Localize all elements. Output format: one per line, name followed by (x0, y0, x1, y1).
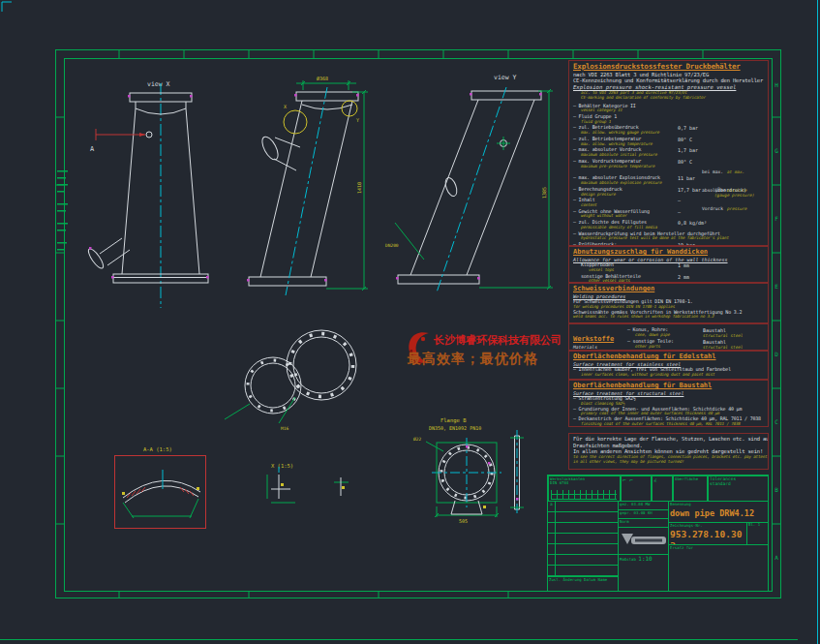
view-x-branch (86, 238, 130, 270)
detail-y-tag: Y (356, 117, 359, 123)
title-block: Werkstückkanten DIN 6784 ⌐ ⌐ ∠ Oberfläch… (547, 475, 769, 592)
wear-panel: Abnutzungszuschlag für Wanddicken Allowa… (568, 246, 769, 283)
view-x-label: view X (147, 80, 170, 88)
view-y-label: view Y (494, 74, 517, 81)
flange-b-spec: DN350, EN1092 PN10 (429, 425, 481, 431)
flange-side-view (510, 430, 524, 515)
view-y-drawing: view Y 1385 DN200 (385, 74, 553, 292)
svg-text:Ø368: Ø368 (317, 76, 328, 81)
cad-drawing-viewport: H G F E D C B A view X (0, 0, 820, 644)
spec-item: – max. Vordrucktemperatur maximum pre-pr… (573, 159, 764, 169)
spec-panel: Explosionsdruckstossfester Druckbehälter… (568, 60, 769, 246)
paper-corner-mark (2, 2, 12, 12)
flange-pair-drawing: M16 (225, 330, 356, 431)
sign-row: gepr. 03.08 KH (618, 510, 669, 519)
detail-x-label: X (1:5) (271, 463, 293, 469)
surface-symbol-cell: ∠ (652, 475, 673, 502)
note-panel: Für die korrekte Lage der Flansche, Stut… (568, 433, 769, 470)
name-label: Benennung (669, 502, 768, 508)
svg-text:Ø22: Ø22 (413, 437, 421, 442)
svg-text:M16: M16 (281, 426, 289, 431)
flange-b-title: Flange B (440, 417, 467, 424)
edge-symbol-cell: ⌐ ⌐ (621, 475, 652, 502)
section-line-a: A (90, 129, 145, 153)
watermark-company: 长沙博睿环保科技有限公司 (434, 333, 562, 348)
tolerance-cell: Tolerances standard (708, 475, 769, 502)
spec-line1: nach VDI 2263 Blatt 3 und Richtlinie 97/… (573, 72, 764, 78)
detail-x-drawing: X (1:5) (267, 463, 295, 503)
spec-item: – Inhalt content – (573, 198, 764, 207)
sheet-cell: Bl. 1 (746, 522, 768, 544)
edges-cell: Werkstückkanten DIN 6784 (548, 475, 621, 502)
spec-item: – Fluid Gruppe 1 fluid group 1 (573, 114, 764, 124)
flange-b-drawing: Flange B DN350, EN1092 PN10 505 Ø22 (413, 417, 501, 524)
sign-row: gez. 03.08 MW (618, 502, 669, 510)
revision-header: Zust. Änderung Datum Name (548, 576, 618, 591)
middle-view-drawing: X Y Ø368 1410 (247, 76, 368, 295)
section-aa-detail: A-A (1:5) (115, 446, 206, 529)
svg-text:B: B (774, 486, 778, 493)
svg-text:F: F (774, 215, 778, 222)
company-logo-cell (618, 528, 669, 555)
spec-item: – Wasserdruckprüfung wird beim Herstelle… (573, 231, 764, 241)
flange-markers (247, 94, 359, 282)
spec-item: – max. absoluter Explosionsdruck maximum… (573, 175, 764, 185)
spec-item: – zul. Betriebsüberdruck max. allow. wor… (573, 125, 764, 135)
section-aa-label: A-A (1:5) (143, 446, 172, 452)
material-item: – Konus, Rohre: cone, down pipe Baustahl… (627, 327, 763, 337)
detail-y-drawing (334, 477, 349, 496)
svg-text:A: A (774, 554, 778, 561)
spec-item: – zul. Dichte des Füllgutes permissible … (573, 220, 764, 230)
wear-item: Klöpperböden vessel tops 1 mm (573, 262, 764, 272)
spec-item: – Berechnungsdruck design pressure 17,7 … (573, 187, 764, 197)
spec-item: – zul. Betriebstemperatur max. allow. wo… (573, 137, 764, 146)
svg-text:H: H (774, 81, 778, 88)
surface-cell: Oberfläche (673, 475, 708, 502)
wear-item: sonstige Behälterteile other vessel part… (573, 274, 764, 283)
stainless-surface-panel: Oberflächenbehandlung für Edelstahl Surf… (568, 351, 769, 380)
welding-panel: Schweissverbindungen Welding procedures … (568, 283, 769, 323)
left-margin-notes (57, 170, 68, 251)
svg-text:C: C (774, 418, 778, 425)
part-name: down pipe DRW4.12 (669, 508, 768, 522)
sign-row: Norm (618, 519, 669, 528)
view-x-drawing: view X A (86, 80, 209, 308)
detail-x-tag: X (284, 104, 287, 109)
spec-line2: CE-Kennzeichnung und Konformitätserkläru… (573, 77, 764, 84)
spec-title: Explosionsdruckstossfester Druckbehälter (573, 63, 764, 72)
svg-text:DN200: DN200 (385, 243, 399, 248)
replacement-cell: Ersatz für (669, 544, 768, 591)
svg-text:G: G (774, 147, 778, 154)
drawing-number: 953.278.10.30 a (669, 529, 746, 544)
flange-markers (111, 95, 209, 279)
spec-item: – max. absoluter Vordruck maximum absolu… (573, 147, 764, 157)
spec-item: – Gewicht ohne Wasserfüllung weight with… (573, 209, 764, 219)
svg-text:A: A (90, 145, 95, 153)
watermark-slogan: 最高效率；最优价格 (408, 351, 538, 368)
materials-panel: Werkstoffe Materials – Konus, Rohre: con… (568, 323, 769, 351)
structural-surface-panel: Oberflächenbehandlung für Baustahl Surfa… (568, 380, 769, 427)
spec-line2-en: CE-marking and declaration of conformity… (573, 96, 764, 101)
company-logo (620, 529, 668, 552)
middle-branch-nozzle (259, 135, 300, 170)
svg-text:D: D (774, 351, 778, 357)
view-y-dimensions: 1385 DN200 (385, 89, 553, 290)
spec-item: – Behälter Kategorie II vessel category … (573, 104, 764, 113)
svg-text:1410: 1410 (356, 182, 362, 194)
scale-cell: Maßstab 1:10 (618, 555, 669, 591)
svg-text:1385: 1385 (541, 187, 547, 199)
material-item: – sonstige Teile: other parts Baustahl s… (627, 339, 763, 349)
svg-text:505: 505 (459, 518, 468, 524)
svg-text:E: E (774, 283, 778, 290)
